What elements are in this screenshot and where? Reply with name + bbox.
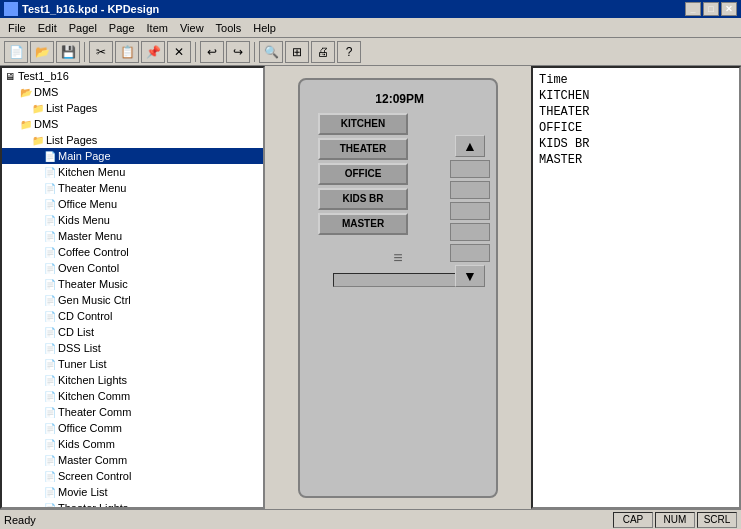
tree-item-label: Coffee Control — [58, 246, 129, 258]
separator-1 — [84, 42, 85, 62]
tree-item[interactable]: 📄CD Control — [2, 308, 263, 324]
side-btn-4[interactable] — [450, 223, 490, 241]
tree-item-label: CD Control — [58, 310, 112, 322]
page-icon: 📄 — [42, 469, 58, 483]
side-btn-2[interactable] — [450, 181, 490, 199]
page-icon: 📄 — [42, 213, 58, 227]
right-panel-item[interactable]: MASTER — [537, 152, 735, 168]
tree-item[interactable]: 📄Theater Lights — [2, 500, 263, 509]
kitchen-button[interactable]: KITCHEN — [318, 113, 408, 135]
tree-item[interactable]: 📄Kids Comm — [2, 436, 263, 452]
redo-button[interactable]: ↪ — [226, 41, 250, 63]
delete-button[interactable]: ✕ — [167, 41, 191, 63]
right-panel-item[interactable]: KITCHEN — [537, 88, 735, 104]
tree-root-label: Test1_b16 — [18, 70, 69, 82]
right-panel-item[interactable]: KIDS BR — [537, 136, 735, 152]
tree-item[interactable]: 📄Office Menu — [2, 196, 263, 212]
tree-item[interactable]: 📄Gen Music Ctrl — [2, 292, 263, 308]
tree-item[interactable]: 📄Theater Comm — [2, 404, 263, 420]
copy-button[interactable]: 📋 — [115, 41, 139, 63]
page-icon: 📄 — [42, 341, 58, 355]
right-panel-item[interactable]: OFFICE — [537, 120, 735, 136]
side-btn-5[interactable] — [450, 244, 490, 262]
tree-item-label: Movie List — [58, 486, 108, 498]
tree-item-label: List Pages — [46, 134, 97, 146]
tree-item-label: Theater Menu — [58, 182, 126, 194]
tree-item-label: CD List — [58, 326, 94, 338]
side-btn-3[interactable] — [450, 202, 490, 220]
tree-item[interactable]: 📄Theater Menu — [2, 180, 263, 196]
tree-item[interactable]: 📁List Pages — [2, 132, 263, 148]
paste-button[interactable]: 📌 — [141, 41, 165, 63]
page-icon: 📄 — [42, 437, 58, 451]
title-bar-buttons[interactable]: _ □ ✕ — [685, 2, 737, 16]
tree-item-label: Master Comm — [58, 454, 127, 466]
status-indicators: CAPNUMSCRL — [613, 512, 737, 528]
tree-item-label: DSS List — [58, 342, 101, 354]
grid-button[interactable]: ⊞ — [285, 41, 309, 63]
tree-item[interactable]: 📁DMS — [2, 116, 263, 132]
page-icon: 📄 — [42, 357, 58, 371]
menu-item-item[interactable]: Item — [141, 20, 174, 36]
status-indicator-num: NUM — [655, 512, 695, 528]
tree-item[interactable]: 📄Oven Contol — [2, 260, 263, 276]
tree-item[interactable]: 📄Master Comm — [2, 452, 263, 468]
tree-item[interactable]: 📄Theater Music — [2, 276, 263, 292]
cut-button[interactable]: ✂ — [89, 41, 113, 63]
tree-item[interactable]: 📄Kitchen Comm — [2, 388, 263, 404]
menu-item-file[interactable]: File — [2, 20, 32, 36]
find-button[interactable]: 🔍 — [259, 41, 283, 63]
tree-item[interactable]: 📄Office Comm — [2, 420, 263, 436]
tree-item[interactable]: 📄Movie List — [2, 484, 263, 500]
nav-up-button[interactable]: ▲ — [455, 135, 485, 157]
theater-button[interactable]: THEATER — [318, 138, 408, 160]
tree-item-label: Kids Comm — [58, 438, 115, 450]
tree-item[interactable]: 📄Master Menu — [2, 228, 263, 244]
menu-item-page[interactable]: Page — [103, 20, 141, 36]
tree-item[interactable]: 📄Coffee Control — [2, 244, 263, 260]
menu-item-tools[interactable]: Tools — [210, 20, 248, 36]
page-icon: 📄 — [42, 421, 58, 435]
page-icon: 📄 — [42, 293, 58, 307]
menu-item-help[interactable]: Help — [247, 20, 282, 36]
page-icon: 📄 — [42, 229, 58, 243]
page-icon: 📄 — [42, 453, 58, 467]
maximize-button[interactable]: □ — [703, 2, 719, 16]
right-panel-item[interactable]: Time — [537, 72, 735, 88]
menu-item-view[interactable]: View — [174, 20, 210, 36]
kidsbr-button[interactable]: KIDS BR — [318, 188, 408, 210]
nav-down-button[interactable]: ▼ — [455, 265, 485, 287]
tree-root[interactable]: 🖥 Test1_b16 — [2, 68, 263, 84]
tree-item[interactable]: 📄CD List — [2, 324, 263, 340]
tree-item[interactable]: 📄Main Page — [2, 148, 263, 164]
title-bar: Test1_b16.kpd - KPDesign _ □ ✕ — [0, 0, 741, 18]
page-icon: 📄 — [42, 261, 58, 275]
side-btn-1[interactable] — [450, 160, 490, 178]
open-button[interactable]: 📂 — [30, 41, 54, 63]
menu-item-edit[interactable]: Edit — [32, 20, 63, 36]
save-button[interactable]: 💾 — [56, 41, 80, 63]
tree-item[interactable]: 📄Tuner List — [2, 356, 263, 372]
right-panel-item[interactable]: THEATER — [537, 104, 735, 120]
tree-item[interactable]: 📄Screen Control — [2, 468, 263, 484]
device-bar[interactable] — [333, 273, 463, 287]
help-button[interactable]: ? — [337, 41, 361, 63]
menu-bar: FileEditPagelPageItemViewToolsHelp — [0, 18, 741, 38]
menu-item-pagel[interactable]: Pagel — [63, 20, 103, 36]
tree-item[interactable]: 📄DSS List — [2, 340, 263, 356]
tree-dms[interactable]: 📂 DMS — [2, 84, 263, 100]
print-button[interactable]: 🖨 — [311, 41, 335, 63]
page-icon: 📄 — [42, 277, 58, 291]
tree-item[interactable]: 📄Kids Menu — [2, 212, 263, 228]
tree-item-label: Theater Music — [58, 278, 128, 290]
master-button[interactable]: MASTER — [318, 213, 408, 235]
tree-listpages[interactable]: 📁 List Pages — [2, 100, 263, 116]
close-button[interactable]: ✕ — [721, 2, 737, 16]
tree-item[interactable]: 📄Kitchen Lights — [2, 372, 263, 388]
tree-item[interactable]: 📄Kitchen Menu — [2, 164, 263, 180]
office-button[interactable]: OFFICE — [318, 163, 408, 185]
new-button[interactable]: 📄 — [4, 41, 28, 63]
undo-button[interactable]: ↩ — [200, 41, 224, 63]
minimize-button[interactable]: _ — [685, 2, 701, 16]
page-icon: 📄 — [42, 165, 58, 179]
